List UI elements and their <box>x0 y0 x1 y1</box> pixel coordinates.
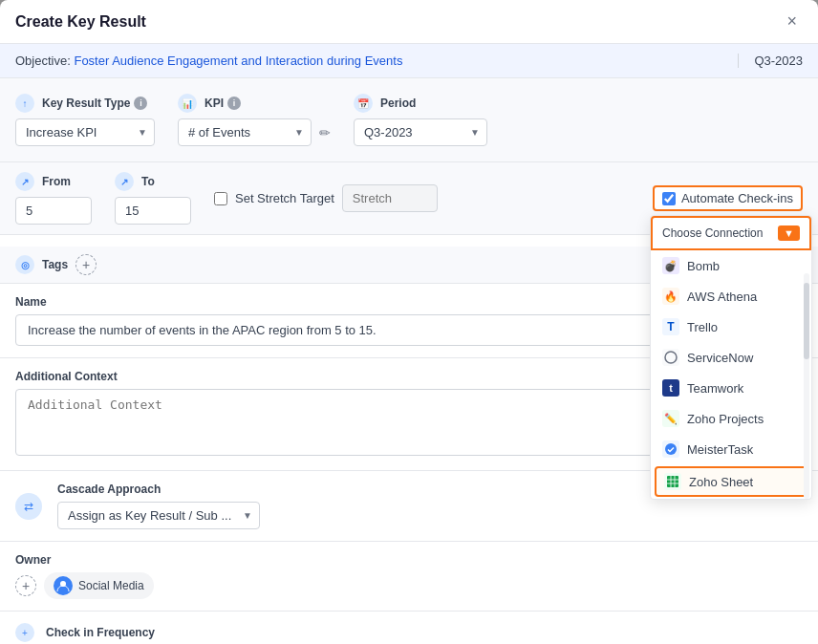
to-group: ↗ To <box>115 172 191 225</box>
stretch-label: Set Stretch Target <box>235 191 334 205</box>
kpi-icon: 📊 <box>178 94 197 113</box>
from-input[interactable] <box>15 197 92 225</box>
modal-title: Create Key Result <box>15 13 146 31</box>
kpi-edit-icon[interactable]: ✏ <box>319 125 331 140</box>
owner-row: + Social Media <box>15 572 803 599</box>
meistertask-label: MeisterTask <box>687 442 753 457</box>
objective-label: Objective: <box>15 54 71 68</box>
kpi-select[interactable]: # of Events # of Attendees <box>178 118 312 146</box>
from-group: ↗ From <box>15 172 92 225</box>
kpi-group: 📊 KPI i # of Events # of Attendees ▼ ✏ <box>178 94 331 146</box>
create-key-result-modal: Create Key Result × Objective: Foster Au… <box>0 0 818 644</box>
kpi-label: 📊 KPI i <box>178 94 331 113</box>
to-input[interactable] <box>115 197 191 225</box>
checkin-header: + Check in Frequency <box>15 623 803 642</box>
owner-chip-label: Social Media <box>78 579 144 592</box>
add-owner-button[interactable]: + <box>15 575 36 596</box>
stretch-checkbox[interactable] <box>214 192 227 205</box>
automate-checkbox[interactable] <box>662 192 676 205</box>
connection-list: 💣 Bomb 🔥 AWS Athena T Trello <box>651 250 811 497</box>
from-to-group: ↗ From ↗ To <box>15 172 191 225</box>
dropdown-scrollbar-thumb <box>804 283 809 359</box>
close-button[interactable]: × <box>781 10 803 33</box>
stretch-input[interactable] <box>342 184 438 212</box>
cascade-icon: ⇄ <box>15 493 42 520</box>
tags-icon: ◎ <box>15 255 34 274</box>
cascade-select-wrapper: Assign as Key Result / Sub ... Align to … <box>57 502 260 529</box>
add-tag-button[interactable]: + <box>75 254 97 275</box>
cascade-select[interactable]: Assign as Key Result / Sub ... Align to … <box>57 502 260 529</box>
zoho-projects-label: Zoho Projects <box>687 412 764 426</box>
key-result-info-icon[interactable]: i <box>134 97 147 110</box>
automate-label: Automate Check-ins <box>681 191 793 205</box>
owner-label: Owner <box>15 553 803 567</box>
key-result-type-label: ↑ Key Result Type i <box>15 94 155 113</box>
connection-item-servicenow[interactable]: ServiceNow <box>651 342 811 373</box>
kpi-select-wrapper: # of Events # of Attendees ▼ <box>178 118 312 146</box>
svg-point-1 <box>665 443 677 455</box>
objective-bar: Objective: Foster Audience Engagement an… <box>0 44 818 78</box>
cascade-label: Cascade Approach <box>57 483 260 496</box>
svg-rect-2 <box>667 476 678 487</box>
trello-icon: T <box>662 318 679 335</box>
automate-group: Automate Check-ins Choose Connection ▼ 💣… <box>653 185 803 211</box>
meistertask-icon <box>662 440 679 458</box>
connection-item-meistertask[interactable]: MeisterTask <box>651 434 811 464</box>
teamwork-label: Teamwork <box>687 381 743 396</box>
period-icon: 📅 <box>354 94 373 113</box>
servicenow-icon <box>662 349 679 366</box>
connection-item-teamwork[interactable]: t Teamwork <box>651 373 811 403</box>
key-result-type-select-wrapper: Increase KPI Decrease KPI Maintain KPI A… <box>15 118 155 146</box>
period-group: 📅 Period Q3-2023 Q1-2023 Q2-2023 Q4-2023… <box>354 94 487 146</box>
svg-point-0 <box>665 352 677 363</box>
connection-dropdown: Choose Connection ▼ 💣 Bomb 🔥 AWS Athena … <box>650 215 812 500</box>
zoho-sheet-icon <box>664 473 681 490</box>
objective-text: Objective: Foster Audience Engagement an… <box>15 54 402 68</box>
checkin-icon: + <box>15 623 34 642</box>
dropdown-scrollbar-track[interactable] <box>804 273 809 499</box>
connection-header-label: Choose Connection <box>662 226 763 240</box>
connection-item-aws[interactable]: 🔥 AWS Athena <box>651 281 811 311</box>
servicenow-label: ServiceNow <box>687 351 753 365</box>
form-row-1: ↑ Key Result Type i Increase KPI Decreas… <box>0 78 818 162</box>
kpi-input-row: # of Events # of Attendees ▼ ✏ <box>178 118 331 146</box>
zoho-sheet-label: Zoho Sheet <box>689 475 753 489</box>
owner-section: Owner + Social Media <box>0 542 818 612</box>
from-icon: ↗ <box>15 172 34 191</box>
tags-label-group: ◎ Tags <box>15 255 68 274</box>
kpi-info-icon[interactable]: i <box>227 97 241 110</box>
form-row-2: ↗ From ↗ To Set Stretch Target Au <box>0 162 818 235</box>
period-badge: Q3-2023 <box>738 54 803 68</box>
automate-box: Automate Check-ins <box>653 185 803 211</box>
to-icon: ↗ <box>115 172 134 191</box>
modal-header: Create Key Result × <box>0 0 818 44</box>
key-result-type-group: ↑ Key Result Type i Increase KPI Decreas… <box>15 94 155 146</box>
owner-avatar <box>54 576 73 595</box>
connection-header: Choose Connection ▼ <box>651 216 811 250</box>
period-select[interactable]: Q3-2023 Q1-2023 Q2-2023 Q4-2023 <box>354 118 487 146</box>
aws-label: AWS Athena <box>687 290 757 304</box>
from-label: ↗ From <box>15 172 92 191</box>
owner-chip: Social Media <box>44 572 154 599</box>
connection-item-zoho-sheet[interactable]: Zoho Sheet <box>655 466 807 497</box>
period-label: 📅 Period <box>354 94 487 113</box>
stretch-group: Set Stretch Target <box>214 184 438 212</box>
period-select-wrapper: Q3-2023 Q1-2023 Q2-2023 Q4-2023 ▼ <box>354 118 487 146</box>
connection-item-trello[interactable]: T Trello <box>651 311 811 342</box>
trello-label: Trello <box>687 320 718 334</box>
bomb-icon: 💣 <box>662 257 679 274</box>
objective-name: Foster Audience Engagement and Interacti… <box>74 54 402 68</box>
bomb-label: Bomb <box>687 259 720 273</box>
connection-item-zoho-projects[interactable]: ✏️ Zoho Projects <box>651 403 811 434</box>
key-result-type-select[interactable]: Increase KPI Decrease KPI Maintain KPI A… <box>15 118 155 146</box>
connection-dropdown-arrow[interactable]: ▼ <box>778 225 800 241</box>
aws-icon: 🔥 <box>662 288 679 305</box>
teamwork-icon: t <box>662 379 679 397</box>
connection-item-bomb[interactable]: 💣 Bomb <box>651 250 811 281</box>
key-result-icon: ↑ <box>15 94 34 113</box>
cascade-content: Cascade Approach Assign as Key Result / … <box>57 483 260 529</box>
checkin-section: + Check in Frequency <box>0 612 818 644</box>
to-label: ↗ To <box>115 172 191 191</box>
checkin-label: Check in Frequency <box>46 626 155 639</box>
zoho-projects-icon: ✏️ <box>662 410 679 427</box>
